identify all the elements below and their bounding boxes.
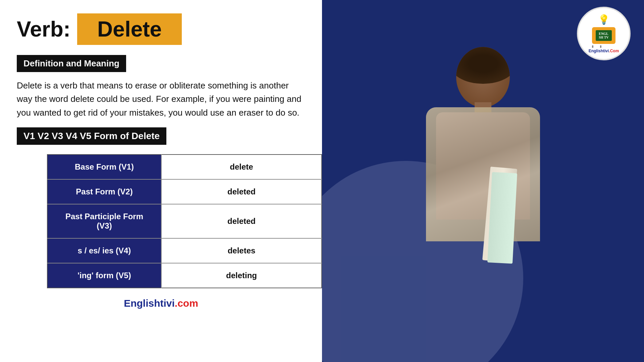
definition-badge: Definition and Meaning xyxy=(17,55,126,72)
logo-com: .Com xyxy=(609,49,619,53)
table-cell-label: Past Form (V2) xyxy=(47,179,161,204)
table-cell-value: deleted xyxy=(161,204,322,238)
table-cell-label: 'ing' form (V5) xyxy=(47,263,161,288)
table-cell-label: s / es/ ies (V4) xyxy=(47,238,161,263)
table-row: s / es/ ies (V4)deletes xyxy=(47,238,322,263)
footer-brand-red: .com xyxy=(175,298,198,309)
definition-badge-text: Definition and Meaning xyxy=(23,58,119,68)
table-row: Base Form (V1)delete xyxy=(47,155,322,179)
verb-header: Verb: Delete xyxy=(17,13,305,45)
table-row: 'ing' form (V5)deleting xyxy=(47,263,322,288)
logo-tv-leg-right xyxy=(600,45,601,48)
table-cell-label: Base Form (V1) xyxy=(47,155,161,179)
left-panel: Verb: Delete Definition and Meaning Dele… xyxy=(0,0,322,362)
logo-englishtivi: Englishtivi xyxy=(589,49,609,53)
verb-word-box: Delete xyxy=(77,13,182,45)
logo-circle: 💡 ENGLSH TV Englishtivi.Com xyxy=(577,7,631,60)
verb-word: Delete xyxy=(97,17,162,41)
table-cell-value: deleted xyxy=(161,179,322,204)
student-hair xyxy=(456,47,510,84)
table-cell-value: deleting xyxy=(161,263,322,288)
logo-tv-text: ENGLSH TV xyxy=(599,32,609,39)
student-book-2 xyxy=(487,172,517,264)
logo-tv-leg-left xyxy=(592,45,593,48)
student-head xyxy=(456,47,510,107)
table-cell-value: deletes xyxy=(161,238,322,263)
verb-prefix-label: Verb: xyxy=(17,17,70,42)
logo-brand-text: Englishtivi.Com xyxy=(589,49,619,53)
verb-forms-table: Base Form (V1)deletePast Form (V2)delete… xyxy=(47,154,322,288)
forms-badge: V1 V2 V3 V4 V5 Form of Delete xyxy=(17,127,166,145)
table-cell-label: Past Participle Form (V3) xyxy=(47,204,161,238)
student-figure xyxy=(382,40,584,362)
logo-tv: ENGLSH TV xyxy=(592,27,615,44)
table-cell-value: delete xyxy=(161,155,322,179)
bulb-icon: 💡 xyxy=(598,14,610,25)
forms-badge-text: V1 V2 V3 V4 V5 Form of Delete xyxy=(23,131,160,141)
description-text: Delete is a verb that means to erase or … xyxy=(17,79,305,119)
logo-tv-container: ENGLSH TV xyxy=(592,26,615,45)
right-panel: 💡 ENGLSH TV Englishtivi.Com xyxy=(322,0,644,362)
logo-tv-screen: ENGLSH TV xyxy=(596,30,612,41)
footer-branding: Englishtivi.com xyxy=(17,298,305,309)
logo-tv-legs xyxy=(592,45,601,48)
footer-brand-blue: Englishtivi xyxy=(124,298,175,309)
table-row: Past Participle Form (V3)deleted xyxy=(47,204,322,238)
student-jacket xyxy=(426,107,540,241)
table-row: Past Form (V2)deleted xyxy=(47,179,322,204)
